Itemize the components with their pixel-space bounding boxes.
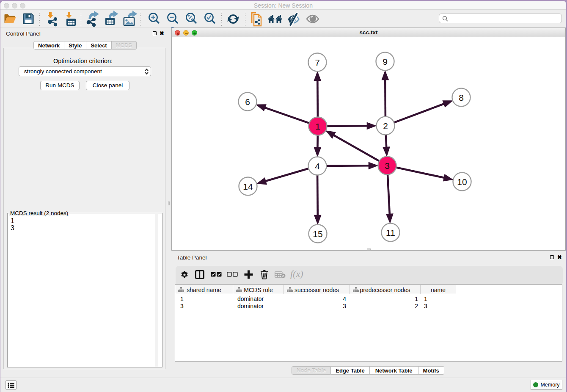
svg-text:10: 10	[457, 177, 467, 187]
svg-text:8: 8	[459, 93, 464, 102]
svg-text:4: 4	[315, 161, 320, 171]
svg-text:7: 7	[315, 58, 320, 67]
svg-text:3: 3	[385, 161, 390, 171]
svg-text:1: 1	[315, 121, 320, 131]
svg-text:9: 9	[383, 57, 388, 66]
svg-text:14: 14	[243, 182, 253, 191]
svg-text:2: 2	[383, 121, 388, 131]
svg-text:11: 11	[386, 228, 395, 237]
svg-text:6: 6	[245, 97, 250, 107]
svg-text:15: 15	[313, 229, 322, 239]
